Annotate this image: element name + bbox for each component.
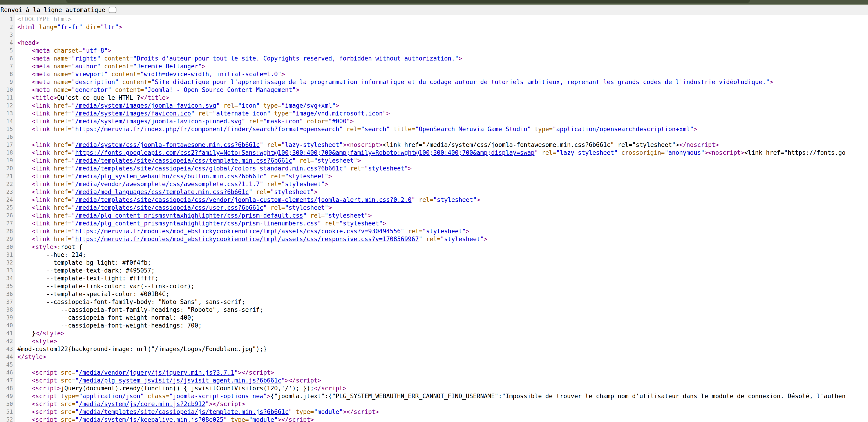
source-token-plain-text	[415, 196, 419, 203]
source-link[interactable]: /media/templates/site/cassiopeia/css/tem…	[75, 157, 292, 164]
source-token-tag: >	[314, 189, 318, 195]
source-token-tag: <script	[32, 393, 57, 399]
source-token-attribute-name: rel=	[542, 149, 556, 156]
source-link[interactable]: https://meruvia.fr/modules/mod_ebstickyc…	[75, 236, 419, 242]
line-code: </style>	[15, 353, 868, 361]
source-line: 17 <link href="/media/system/css/joomla-…	[0, 141, 868, 149]
line-code: <link href="https://meruvia.fr/modules/m…	[15, 227, 868, 235]
line-number: 32	[0, 259, 15, 266]
source-link[interactable]: /media/system/images/joomla-favicon.svg	[75, 102, 216, 109]
source-line: 25 <link href="/media/templates/site/cas…	[0, 204, 868, 212]
line-number: 44	[0, 353, 15, 361]
source-link[interactable]: /media/system/js/core.min.js?2cb912	[79, 400, 206, 408]
source-token-attribute-value: "	[223, 416, 227, 422]
source-token-attribute-value: "icon"	[238, 102, 260, 109]
source-line: 48 <script>jQuery(document).ready(functi…	[0, 384, 868, 392]
source-link[interactable]: /media/system/images/favicon.ico	[75, 110, 191, 117]
source-token-attribute-value: "	[72, 189, 75, 195]
source-line: 9 <meta name="description" content="Site…	[0, 78, 868, 86]
source-line: 5 <meta charset="utf-8">	[0, 47, 868, 55]
line-code: <link href="/media/plg_content_prismsynt…	[15, 212, 868, 220]
source-token-attribute-value: "	[242, 118, 245, 125]
line-number: 10	[0, 86, 15, 94]
source-token-plain-text	[17, 126, 32, 133]
source-token-plain-text	[50, 165, 54, 172]
word-wrap-checkbox[interactable]	[108, 7, 117, 13]
source-token-tag: >	[477, 196, 480, 203]
source-token-attribute-value: "	[234, 369, 238, 376]
source-token-attribute-name: href=	[54, 102, 72, 109]
source-token-attribute-name: name=	[54, 55, 72, 62]
source-link[interactable]: /media/mod_languages/css/template.min.cs…	[75, 189, 249, 195]
source-link[interactable]: /media/templates/site/cassiopeia/js/temp…	[79, 409, 288, 415]
line-number: 12	[0, 102, 15, 109]
source-line: 33 --template-text-dark: #495057;	[0, 266, 868, 274]
line-number: 19	[0, 157, 15, 164]
line-number: 23	[0, 188, 15, 196]
source-line: 39 --cassiopeia-font-weight-normal: 400;	[0, 314, 868, 322]
source-link[interactable]: /media/templates/site/cassiopeia/css/ven…	[75, 196, 412, 203]
source-token-plain-text	[57, 369, 61, 376]
source-link[interactable]: https://meruvia.fr/index.php/fr/componen…	[75, 126, 339, 133]
source-token-attribute-name: content=	[104, 55, 133, 62]
source-link[interactable]: /media/plg_system_jsvisit/js/jsvisit_age…	[79, 377, 281, 384]
source-token-attribute-value: "Joomla! - Open Source Content Managemen…	[144, 86, 296, 93]
source-token-attribute-name: href=	[54, 181, 72, 188]
source-line: 45	[0, 361, 868, 369]
source-token-plain-text	[50, 63, 54, 70]
source-link[interactable]: /media/system/js/keepalive.min.js?08e025	[79, 416, 223, 422]
source-token-tag: >	[119, 24, 122, 31]
source-token-plain-text	[531, 126, 535, 133]
source-line: 15 <link href="https://meruvia.fr/index.…	[0, 125, 868, 133]
source-token-plain-text	[296, 157, 300, 164]
line-code: --template-text-dark: #495057;	[15, 266, 868, 274]
source-token-attribute-value: "	[72, 181, 75, 188]
source-link[interactable]: /media/templates/site/cassiopeia/css/use…	[75, 204, 264, 211]
source-view: 1<!DOCTYPE html>2<html lang="fr-fr" dir=…	[0, 15, 868, 422]
line-code: }</style>	[15, 329, 868, 337]
source-link[interactable]: /media/plg_content_prismsyntaxhighlighte…	[75, 220, 318, 227]
source-link[interactable]: /media/system/images/joomla-favicon-pinn…	[75, 118, 242, 125]
source-token-attribute-name: name=	[54, 86, 72, 93]
source-link[interactable]: /media/plg_system_webauthn/css/button.mi…	[75, 173, 264, 180]
source-link[interactable]: /media/vendor/awesomplete/css/awesomplet…	[75, 181, 260, 188]
line-code: <script src="/media/system/js/core.min.j…	[15, 400, 868, 408]
line-code: <link href="/media/templates/site/cassio…	[15, 164, 868, 172]
source-token-tag: >	[386, 110, 390, 117]
source-token-attribute-value: "	[72, 118, 75, 125]
source-token-attribute-value: "mask-icon"	[264, 118, 303, 125]
source-token-plain-text	[17, 244, 32, 250]
line-code: <title>Qu'est-ce que le HTML ?</title>	[15, 94, 868, 102]
source-token-tag: <script	[32, 369, 57, 376]
source-token-attribute-value: "	[75, 377, 79, 384]
source-line: 37 --cassiopeia-font-family-body: "Noto …	[0, 298, 868, 306]
source-token-plain-text	[17, 385, 32, 392]
source-link[interactable]: /media/templates/site/cassiopeia/css/glo…	[75, 165, 343, 172]
source-token-attribute-name: color=	[307, 118, 328, 125]
source-link[interactable]: /media/system/css/joomla-fontawesome.min…	[75, 141, 260, 148]
source-token-tag: </title>	[140, 94, 169, 101]
line-code: <link href="/media/templates/site/cassio…	[15, 204, 868, 212]
line-number: 13	[0, 109, 15, 117]
source-link[interactable]: https://fonts.googleapis.com/css2?family…	[75, 149, 535, 156]
source-token-attribute-value: "author"	[72, 63, 100, 70]
source-token-attribute-value: "	[72, 196, 75, 203]
source-token-attribute-value: "	[260, 181, 264, 188]
source-token-attribute-name: href=	[54, 110, 72, 117]
source-link[interactable]: https://meruvia.fr/modules/mod_ebstickyc…	[75, 228, 401, 235]
source-line: 14 <link href="/media/system/images/joom…	[0, 117, 868, 125]
source-link[interactable]: /media/vendor/jquery/js/jquery.min.js?3.…	[79, 369, 234, 376]
source-token-tag: <link	[32, 173, 50, 180]
source-token-attribute-value: "	[75, 369, 79, 376]
browser-tab[interactable]	[66, 0, 750, 3]
source-token-plain-text	[321, 220, 325, 227]
source-token-attribute-name: rel=	[346, 126, 361, 133]
source-token-attribute-value: "	[292, 157, 296, 164]
source-token-attribute-value: "	[72, 173, 75, 180]
line-code: --cassiopeia-font-family-body: "Noto San…	[15, 298, 868, 306]
source-token-attribute-name: dir=	[86, 24, 100, 31]
line-code: --cassiopeia-font-family-headings: "Robo…	[15, 306, 868, 314]
source-token-attribute-name: rel=	[267, 141, 281, 148]
source-token-tag: <head>	[17, 39, 39, 46]
source-link[interactable]: /media/plg_content_prismsyntaxhighlighte…	[75, 212, 303, 219]
